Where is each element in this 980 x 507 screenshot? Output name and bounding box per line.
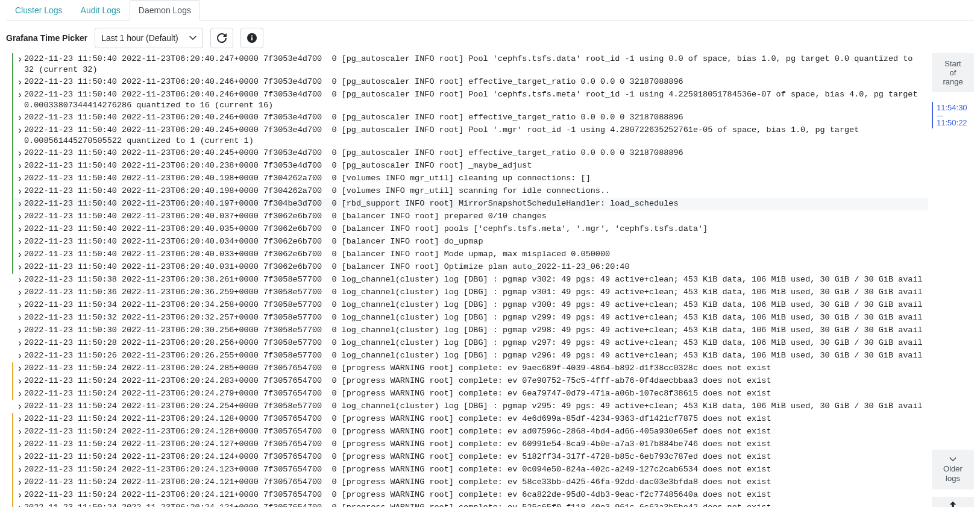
- tab-audit-logs[interactable]: Audit Logs: [72, 0, 130, 20]
- expand-caret-icon[interactable]: [16, 236, 24, 248]
- log-row[interactable]: 2022-11-23 11:50:40 2022-11-23T06:20:40.…: [12, 248, 928, 261]
- log-row[interactable]: 2022-11-23 11:50:40 2022-11-23T06:20:40.…: [12, 185, 928, 198]
- expand-caret-icon[interactable]: [16, 439, 24, 450]
- expand-caret-icon[interactable]: [16, 224, 24, 235]
- expand-caret-icon[interactable]: [16, 464, 24, 476]
- expand-caret-icon[interactable]: [16, 502, 24, 507]
- log-row[interactable]: 2022-11-23 11:50:38 2022-11-23T06:20:38.…: [12, 274, 928, 286]
- expand-caret-icon[interactable]: [16, 77, 24, 88]
- expand-caret-icon[interactable]: [16, 414, 24, 425]
- expand-caret-icon[interactable]: [16, 262, 24, 273]
- chevron-down-icon: [189, 34, 196, 42]
- expand-caret-icon[interactable]: [16, 338, 24, 349]
- log-row[interactable]: 2022-11-23 11:50:40 2022-11-23T06:20:40.…: [12, 261, 928, 274]
- expand-caret-icon[interactable]: [16, 325, 24, 336]
- range-start-link[interactable]: 11:54:30: [937, 103, 974, 112]
- log-row[interactable]: 2022-11-23 11:50:24 2022-11-23T06:20:24.…: [12, 413, 928, 426]
- time-range-select[interactable]: Last 1 hour (Default): [95, 28, 203, 48]
- log-row[interactable]: 2022-11-23 11:50:40 2022-11-23T06:20:40.…: [12, 89, 928, 112]
- expand-caret-icon[interactable]: [16, 300, 24, 311]
- older-logs-button[interactable]: Older logs: [932, 450, 974, 490]
- expand-caret-icon[interactable]: [16, 274, 24, 286]
- chevron-down-icon: [949, 456, 956, 463]
- log-row[interactable]: 2022-11-23 11:50:24 2022-11-23T06:20:24.…: [12, 400, 928, 413]
- log-row[interactable]: 2022-11-23 11:50:24 2022-11-23T06:20:24.…: [12, 464, 928, 476]
- refresh-button[interactable]: [210, 28, 233, 48]
- log-row[interactable]: 2022-11-23 11:50:40 2022-11-23T06:20:40.…: [12, 236, 928, 248]
- log-row[interactable]: 2022-11-23 11:50:24 2022-11-23T06:20:24.…: [12, 451, 928, 464]
- expand-caret-icon[interactable]: [16, 376, 24, 387]
- expand-caret-icon[interactable]: [16, 312, 24, 324]
- log-row[interactable]: 2022-11-23 11:50:32 2022-11-23T06:20:32.…: [12, 312, 928, 324]
- info-icon: [247, 33, 257, 43]
- log-row[interactable]: 2022-11-23 11:50:24 2022-11-23T06:20:24.…: [12, 476, 928, 489]
- log-text: 2022-11-23 11:50:40 2022-11-23T06:20:40.…: [24, 249, 928, 260]
- log-row[interactable]: 2022-11-23 11:50:36 2022-11-23T06:20:36.…: [12, 286, 928, 299]
- log-text: 2022-11-23 11:50:32 2022-11-23T06:20:32.…: [24, 312, 928, 323]
- log-text: 2022-11-23 11:50:40 2022-11-23T06:20:40.…: [24, 224, 928, 235]
- log-text: 2022-11-23 11:50:40 2022-11-23T06:20:40.…: [24, 77, 928, 87]
- log-row[interactable]: 2022-11-23 11:50:40 2022-11-23T06:20:40.…: [12, 210, 928, 223]
- log-row[interactable]: 2022-11-23 11:50:24 2022-11-23T06:20:24.…: [12, 375, 928, 388]
- log-row[interactable]: 2022-11-23 11:50:40 2022-11-23T06:20:40.…: [12, 172, 928, 185]
- expand-caret-icon[interactable]: [16, 350, 24, 362]
- log-text: 2022-11-23 11:50:38 2022-11-23T06:20:38.…: [24, 274, 928, 285]
- log-row[interactable]: 2022-11-23 11:50:28 2022-11-23T06:20:28.…: [12, 337, 928, 350]
- log-row[interactable]: 2022-11-23 11:50:40 2022-11-23T06:20:40.…: [12, 160, 928, 172]
- expand-caret-icon[interactable]: [16, 363, 24, 374]
- log-text: 2022-11-23 11:50:40 2022-11-23T06:20:40.…: [24, 173, 928, 184]
- log-row[interactable]: 2022-11-23 11:50:34 2022-11-23T06:20:34.…: [12, 299, 928, 312]
- log-text: 2022-11-23 11:50:24 2022-11-23T06:20:24.…: [24, 464, 928, 475]
- expand-caret-icon[interactable]: [16, 198, 24, 210]
- expand-caret-icon[interactable]: [16, 125, 24, 136]
- log-text: 2022-11-23 11:50:24 2022-11-23T06:20:24.…: [24, 490, 928, 500]
- log-row[interactable]: 2022-11-23 11:50:40 2022-11-23T06:20:40.…: [12, 198, 928, 210]
- expand-caret-icon[interactable]: [16, 148, 24, 159]
- tab-cluster-logs[interactable]: Cluster Logs: [6, 0, 72, 20]
- expand-caret-icon[interactable]: [16, 287, 24, 298]
- time-range-links: 11:54:30 — 11:50:22: [932, 102, 974, 128]
- log-row[interactable]: 2022-11-23 11:50:40 2022-11-23T06:20:40.…: [12, 147, 928, 160]
- older-logs-label: Older logs: [943, 464, 963, 483]
- expand-caret-icon[interactable]: [16, 186, 24, 197]
- log-text: 2022-11-23 11:50:26 2022-11-23T06:20:26.…: [24, 350, 928, 361]
- log-row[interactable]: 2022-11-23 11:50:24 2022-11-23T06:20:24.…: [12, 388, 928, 400]
- tab-daemon-logs[interactable]: Daemon Logs: [130, 0, 200, 20]
- log-row[interactable]: 2022-11-23 11:50:40 2022-11-23T06:20:40.…: [12, 53, 928, 76]
- expand-caret-icon[interactable]: [16, 401, 24, 412]
- expand-caret-icon[interactable]: [16, 89, 24, 101]
- log-row[interactable]: 2022-11-23 11:50:24 2022-11-23T06:20:24.…: [12, 502, 928, 507]
- log-row[interactable]: 2022-11-23 11:50:24 2022-11-23T06:20:24.…: [12, 426, 928, 438]
- log-text: 2022-11-23 11:50:24 2022-11-23T06:20:24.…: [24, 439, 928, 450]
- expand-caret-icon[interactable]: [16, 160, 24, 172]
- log-row[interactable]: 2022-11-23 11:50:24 2022-11-23T06:20:24.…: [12, 362, 928, 375]
- log-text: 2022-11-23 11:50:28 2022-11-23T06:20:28.…: [24, 338, 928, 348]
- log-text: 2022-11-23 11:50:34 2022-11-23T06:20:34.…: [24, 300, 928, 310]
- log-text: 2022-11-23 11:50:24 2022-11-23T06:20:24.…: [24, 388, 928, 399]
- expand-caret-icon[interactable]: [16, 211, 24, 222]
- start-of-range-button[interactable]: Start of range: [932, 53, 974, 92]
- expand-caret-icon[interactable]: [16, 426, 24, 438]
- expand-caret-icon[interactable]: [16, 54, 24, 65]
- help-button[interactable]: [240, 28, 263, 48]
- scroll-up-button[interactable]: [932, 497, 974, 507]
- expand-caret-icon[interactable]: [16, 112, 24, 124]
- log-row[interactable]: 2022-11-23 11:50:24 2022-11-23T06:20:24.…: [12, 438, 928, 451]
- log-row[interactable]: 2022-11-23 11:50:40 2022-11-23T06:20:40.…: [12, 223, 928, 236]
- range-end-link[interactable]: 11:50:22: [937, 118, 974, 127]
- log-text: 2022-11-23 11:50:40 2022-11-23T06:20:40.…: [24, 125, 928, 146]
- log-row[interactable]: 2022-11-23 11:50:24 2022-11-23T06:20:24.…: [12, 489, 928, 502]
- expand-caret-icon[interactable]: [16, 388, 24, 400]
- expand-caret-icon[interactable]: [16, 490, 24, 501]
- expand-caret-icon[interactable]: [16, 477, 24, 488]
- log-row[interactable]: 2022-11-23 11:50:26 2022-11-23T06:20:26.…: [12, 350, 928, 362]
- log-text: 2022-11-23 11:50:24 2022-11-23T06:20:24.…: [24, 414, 928, 424]
- expand-caret-icon[interactable]: [16, 173, 24, 184]
- expand-caret-icon[interactable]: [16, 452, 24, 463]
- log-row[interactable]: 2022-11-23 11:50:40 2022-11-23T06:20:40.…: [12, 124, 928, 147]
- log-text: 2022-11-23 11:50:24 2022-11-23T06:20:24.…: [24, 363, 928, 374]
- log-row[interactable]: 2022-11-23 11:50:30 2022-11-23T06:20:30.…: [12, 324, 928, 337]
- log-row[interactable]: 2022-11-23 11:50:40 2022-11-23T06:20:40.…: [12, 76, 928, 89]
- expand-caret-icon[interactable]: [16, 249, 24, 260]
- log-row[interactable]: 2022-11-23 11:50:40 2022-11-23T06:20:40.…: [12, 112, 928, 124]
